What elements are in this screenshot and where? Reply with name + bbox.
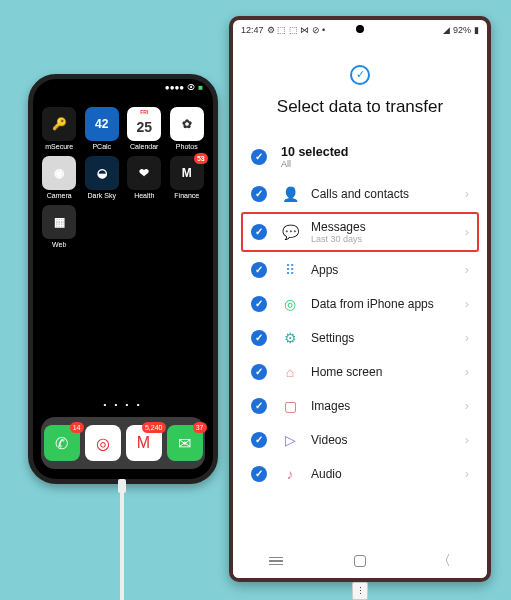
item-label: Messages <box>311 220 465 234</box>
dock-gmail[interactable]: M5,240 <box>126 425 162 461</box>
app-icon: ◉ <box>42 156 76 190</box>
dock: ✆14◎M5,240✉37 <box>41 417 205 469</box>
transfer-item-apps[interactable]: ⠿Apps› <box>233 253 487 287</box>
android-nav-bar: 〈 <box>233 544 487 578</box>
transfer-item-audio[interactable]: ♪Audio› <box>233 457 487 491</box>
iphone-device: ●●●● ⦿ ■ 🔑mSecure42PCalcFRI25Calendar✿Ph… <box>28 74 218 484</box>
app-icon: ✿ <box>170 107 204 141</box>
app-label: Calendar <box>130 143 158 150</box>
item-checkbox[interactable] <box>251 398 267 414</box>
messages-icon: 💬 <box>281 224 299 240</box>
app-icon: M53 <box>170 156 204 190</box>
app-calendar[interactable]: FRI25Calendar <box>126 107 163 150</box>
chevron-right-icon: › <box>465 186 469 201</box>
transfer-item-images[interactable]: ▢Images› <box>233 389 487 423</box>
item-checkbox[interactable] <box>251 296 267 312</box>
videos-icon: ▷ <box>281 432 299 448</box>
signal-icon: ●●●● <box>165 83 184 92</box>
battery-icon: ▮ <box>474 25 479 35</box>
notch <box>83 79 163 97</box>
app-label: Dark Sky <box>88 192 116 199</box>
app-icon: ▦ <box>42 205 76 239</box>
item-label: Videos <box>311 433 465 447</box>
app-icon: ◒ <box>85 156 119 190</box>
item-checkbox[interactable] <box>251 432 267 448</box>
nav-recent-button[interactable] <box>269 557 283 566</box>
chevron-right-icon: › <box>465 466 469 481</box>
badge: 14 <box>70 422 84 433</box>
samsung-device: 12:47 ⚙ ⬚ ⬚ ⋈ ⊘ • ◢ 92% ▮ ✓ Select data … <box>229 16 491 582</box>
samsung-cable: ⋮ <box>352 582 368 600</box>
app-icon: FRI25 <box>127 107 161 141</box>
item-label: Calls and contacts <box>311 187 465 201</box>
app-label: PCalc <box>92 143 111 150</box>
chevron-right-icon: › <box>465 330 469 345</box>
signal-icon: ◢ <box>443 25 450 35</box>
transfer-item-data[interactable]: ◎Data from iPhone apps› <box>233 287 487 321</box>
app-pcalc[interactable]: 42PCalc <box>84 107 121 150</box>
nav-home-button[interactable] <box>354 555 366 567</box>
app-health[interactable]: ❤Health <box>126 156 163 199</box>
page-indicator: • • • • <box>33 400 213 409</box>
audio-icon: ♪ <box>281 466 299 482</box>
transfer-header: ✓ Select data to transfer <box>233 40 487 127</box>
item-checkbox[interactable] <box>251 364 267 380</box>
transfer-item-settings[interactable]: ⚙Settings› <box>233 321 487 355</box>
item-label: Settings <box>311 331 465 345</box>
transfer-item-home[interactable]: ⌂Home screen› <box>233 355 487 389</box>
check-glyph: ✓ <box>356 68 365 81</box>
images-icon: ▢ <box>281 398 299 414</box>
app-finance[interactable]: M53Finance <box>169 156 206 199</box>
item-label: Apps <box>311 263 465 277</box>
app-photos[interactable]: ✿Photos <box>169 107 206 150</box>
transfer-item-videos[interactable]: ▷Videos› <box>233 423 487 457</box>
chevron-right-icon: › <box>465 224 469 239</box>
app-label: Photos <box>176 143 198 150</box>
select-all-row[interactable]: 10 selected All <box>233 127 487 175</box>
app-label: Finance <box>174 192 199 199</box>
select-all-sub: All <box>281 159 348 169</box>
chevron-right-icon: › <box>465 262 469 277</box>
item-checkbox[interactable] <box>251 186 267 202</box>
item-label: Images <box>311 399 465 413</box>
dock-phone[interactable]: ✆14 <box>44 425 80 461</box>
item-sublabel: Last 30 days <box>311 234 465 244</box>
transfer-list: 👤Calls and contacts›💬MessagesLast 30 day… <box>233 175 487 491</box>
chevron-right-icon: › <box>465 364 469 379</box>
item-checkbox[interactable] <box>251 466 267 482</box>
select-all-checkbox[interactable] <box>251 149 267 165</box>
item-checkbox[interactable] <box>251 330 267 346</box>
page-title: Select data to transfer <box>233 97 487 117</box>
chevron-right-icon: › <box>465 398 469 413</box>
app-web[interactable]: ▦Web <box>41 205 78 248</box>
status-left-icons: ⚙ ⬚ ⬚ ⋈ ⊘ • <box>267 25 326 35</box>
transfer-item-calls[interactable]: 👤Calls and contacts› <box>233 177 487 211</box>
item-label: Home screen <box>311 365 465 379</box>
item-checkbox[interactable] <box>251 262 267 278</box>
dock-messages[interactable]: ✉37 <box>167 425 203 461</box>
app-icon: ❤ <box>127 156 161 190</box>
app-camera[interactable]: ◉Camera <box>41 156 78 199</box>
nav-back-button[interactable]: 〈 <box>437 552 451 570</box>
app-label: mSecure <box>45 143 73 150</box>
app-label: Health <box>134 192 154 199</box>
badge: 53 <box>194 153 208 164</box>
app-label: Camera <box>47 192 72 199</box>
apps-icon: ⠿ <box>281 262 299 278</box>
iphone-cable <box>118 479 126 493</box>
app-msecure[interactable]: 🔑mSecure <box>41 107 78 150</box>
item-checkbox[interactable] <box>251 224 267 240</box>
header-check-icon: ✓ <box>350 65 370 85</box>
app-label: Web <box>52 241 66 248</box>
calls-icon: 👤 <box>281 186 299 202</box>
app-dark-sky[interactable]: ◒Dark Sky <box>84 156 121 199</box>
settings-icon: ⚙ <box>281 330 299 346</box>
dock-chrome[interactable]: ◎ <box>85 425 121 461</box>
transfer-item-messages[interactable]: 💬MessagesLast 30 days› <box>241 212 479 252</box>
chevron-right-icon: › <box>465 432 469 447</box>
badge: 5,240 <box>142 422 166 433</box>
data-icon: ◎ <box>281 296 299 312</box>
item-label: Audio <box>311 467 465 481</box>
battery-icon: ■ <box>198 83 203 92</box>
battery-percent: 92% <box>453 25 471 35</box>
